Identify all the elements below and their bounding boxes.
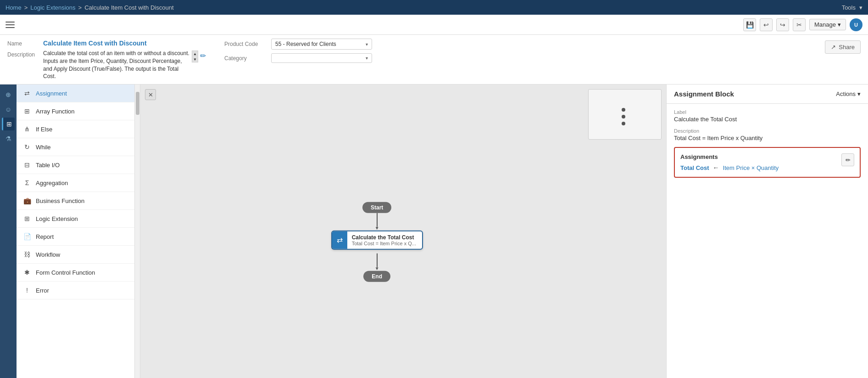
sidebar-item-label-array-function: Array Function bbox=[36, 108, 75, 115]
sidebar-item-label-table-io: Table I/O bbox=[36, 162, 60, 169]
tools-label: Tools bbox=[842, 4, 856, 11]
main-content: ⊕ ☺ ⊞ ⚗ ⇄ Assignment ⊞ Array Function ⋔ … bbox=[0, 85, 868, 378]
actions-label: Actions bbox=[836, 90, 856, 97]
breadcrumb-sep2: > bbox=[78, 4, 82, 11]
category-label: Category bbox=[224, 55, 266, 62]
product-section: Product Code 55 - Reserved for Clients ▾… bbox=[224, 39, 372, 63]
array-function-icon: ⊞ bbox=[23, 107, 31, 115]
flow-end-node[interactable]: End bbox=[363, 271, 390, 282]
right-panel-header: Assignment Block Actions ▾ bbox=[667, 85, 868, 104]
manage-button[interactable]: Manage ▾ bbox=[809, 19, 846, 30]
home-link[interactable]: Home bbox=[6, 4, 22, 11]
rail-icon-person[interactable]: ☺ bbox=[2, 103, 15, 116]
actions-button[interactable]: Actions ▾ bbox=[836, 90, 861, 97]
sidebar-item-if-else[interactable]: ⋔ If Else bbox=[17, 120, 140, 138]
scroll-up-button[interactable]: ▲ bbox=[192, 51, 198, 56]
user-avatar[interactable]: U bbox=[850, 18, 862, 31]
desc-field-name: Description bbox=[674, 128, 861, 134]
end-label: End bbox=[372, 273, 382, 279]
product-code-label: Product Code bbox=[224, 41, 266, 47]
sidebar-item-report[interactable]: 📄 Report bbox=[17, 228, 140, 246]
business-function-icon: 💼 bbox=[23, 197, 31, 205]
error-icon: ! bbox=[23, 286, 31, 294]
canvas-area[interactable]: ✕ Start ⇄ Calculate the Total Cost bbox=[140, 85, 666, 378]
label-field-name: Label bbox=[674, 109, 861, 115]
canvas-close-button[interactable]: ✕ bbox=[145, 89, 156, 100]
flow-assignment-block[interactable]: ⇄ Calculate the Total Cost Total Cost = … bbox=[331, 230, 423, 249]
sidebar-item-logic-extension[interactable]: ⊞ Logic Extension bbox=[17, 210, 140, 228]
flow-block-icon: ⇄ bbox=[332, 231, 347, 248]
rail-icon-flask[interactable]: ⚗ bbox=[2, 132, 15, 145]
logic-extensions-link[interactable]: Logic Extensions bbox=[30, 4, 75, 11]
cut-button[interactable]: ✂ bbox=[793, 18, 806, 31]
redo-button[interactable]: ↪ bbox=[776, 18, 789, 31]
product-code-arrow-icon: ▾ bbox=[366, 42, 368, 47]
block-icon-symbol: ⇄ bbox=[337, 236, 343, 244]
sidebar-item-while[interactable]: ↻ While bbox=[17, 138, 140, 156]
flow-block-sub: Total Cost = Item Price x Q... bbox=[352, 240, 416, 246]
sidebar-item-workflow[interactable]: ⛓ Workflow bbox=[17, 246, 140, 264]
mini-map-dot-1 bbox=[622, 108, 625, 112]
flow-start-node[interactable]: Start bbox=[362, 202, 391, 213]
canvas-tools: ✕ bbox=[145, 89, 156, 100]
sidebar-item-label-while: While bbox=[36, 144, 51, 151]
sidebar-scroll-thumb bbox=[136, 92, 139, 115]
undo-button[interactable]: ↩ bbox=[760, 18, 773, 31]
rail-icon-network[interactable]: ⊞ bbox=[2, 118, 15, 130]
close-icon: ✕ bbox=[148, 91, 153, 98]
right-panel-body: Label Calculate the Total Cost Descripti… bbox=[667, 104, 868, 378]
actions-arrow-icon: ▾ bbox=[857, 90, 861, 97]
share-button[interactable]: ↗ Share bbox=[825, 40, 861, 54]
breadcrumb: Home > Logic Extensions > Calculate Item… bbox=[6, 4, 174, 11]
sidebar-item-label-aggregation: Aggregation bbox=[36, 180, 68, 186]
mini-map bbox=[588, 89, 662, 140]
hamburger-menu[interactable] bbox=[6, 22, 15, 28]
name-field-group: Name Calculate Item Cost with Discount bbox=[7, 39, 206, 47]
assignment-arrow-icon: ← bbox=[713, 164, 719, 171]
sidebar-item-aggregation[interactable]: Σ Aggregation bbox=[17, 174, 140, 192]
flow-arrow-1 bbox=[377, 213, 378, 226]
sidebar-item-label-logic-extension: Logic Extension bbox=[36, 215, 78, 222]
category-row: Category ▾ bbox=[224, 53, 372, 63]
report-icon: 📄 bbox=[23, 232, 31, 241]
sidebar-item-label-report: Report bbox=[36, 233, 54, 240]
manage-label: Manage bbox=[814, 21, 836, 28]
sidebar-scrollbar[interactable] bbox=[134, 85, 140, 378]
description-edit-icon[interactable]: ✏ bbox=[200, 51, 206, 60]
sidebar-item-label-form-control-function: Form Control Function bbox=[36, 269, 95, 276]
mini-map-dot-3 bbox=[622, 122, 625, 125]
if-else-icon: ⋔ bbox=[23, 125, 31, 133]
toolbar-right: 💾 ↩ ↪ ✂ Manage ▾ U bbox=[743, 18, 862, 31]
breadcrumb-sep1: > bbox=[24, 4, 28, 11]
sidebar-item-array-function[interactable]: ⊞ Array Function bbox=[17, 102, 140, 120]
desc-field-group: Description Calculate the total cost of … bbox=[7, 50, 206, 80]
tools-arrow-icon: ▾ bbox=[859, 4, 862, 11]
save-button[interactable]: 💾 bbox=[743, 18, 756, 31]
sidebar-item-assignment[interactable]: ⇄ Assignment bbox=[17, 85, 140, 102]
sidebar-item-form-control-function[interactable]: ✱ Form Control Function bbox=[17, 264, 140, 282]
product-code-select[interactable]: 55 - Reserved for Clients ▾ bbox=[271, 39, 372, 50]
description-scrollbar[interactable]: ▲ ▼ bbox=[192, 51, 198, 62]
while-icon: ↻ bbox=[23, 143, 31, 151]
sidebar-item-label-error: Error bbox=[36, 287, 49, 294]
name-label: Name bbox=[7, 40, 39, 47]
sidebar-item-table-io[interactable]: ⊟ Table I/O bbox=[17, 156, 140, 174]
scroll-down-button[interactable]: ▼ bbox=[192, 56, 198, 62]
edit-assignment-button[interactable]: ✏ bbox=[841, 153, 854, 166]
edit-pencil-icon: ✏ bbox=[846, 157, 851, 164]
assignment-target[interactable]: Total Cost bbox=[680, 164, 709, 171]
tools-menu[interactable]: Tools ▾ bbox=[842, 4, 862, 11]
category-select[interactable]: ▾ bbox=[271, 53, 372, 63]
sidebar-item-business-function[interactable]: 💼 Business Function bbox=[17, 192, 140, 210]
sidebar-item-label-assignment: Assignment bbox=[36, 90, 67, 97]
flow-block-content: Calculate the Total Cost Total Cost = It… bbox=[347, 231, 421, 248]
toolbar: 💾 ↩ ↪ ✂ Manage ▾ U bbox=[0, 15, 868, 35]
redo-icon: ↪ bbox=[780, 21, 785, 28]
avatar-initials: U bbox=[854, 22, 858, 28]
flow-block-title: Calculate the Total Cost bbox=[352, 234, 416, 240]
product-code-value: 55 - Reserved for Clients bbox=[275, 41, 336, 47]
rail-icon-puzzle[interactable]: ⊕ bbox=[2, 88, 15, 101]
sidebar-item-error[interactable]: ! Error bbox=[17, 282, 140, 299]
assignment-source[interactable]: Item Price × Quantity bbox=[723, 164, 779, 171]
product-code-row: Product Code 55 - Reserved for Clients ▾ bbox=[224, 39, 372, 50]
